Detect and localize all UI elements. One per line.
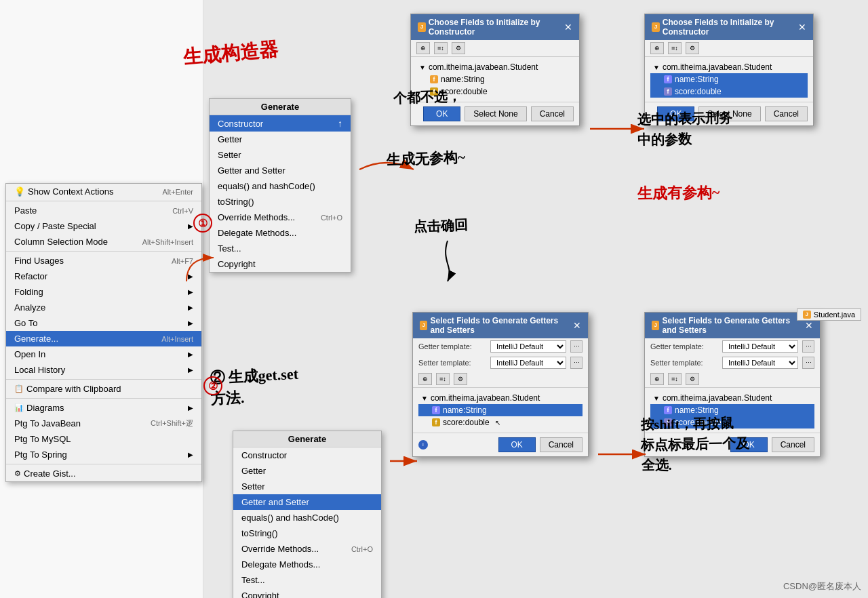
cancel-button[interactable]: Cancel — [540, 437, 583, 452]
menu-item-create-gist[interactable]: ⚙ Create Gist... — [6, 466, 201, 481]
tree-root: ▼ com.itheima.javabean.Student f name:St… — [418, 391, 583, 430]
menu-item-diagrams[interactable]: 📊 Diagrams ▶ — [6, 400, 201, 416]
gen-setter-top[interactable]: Setter — [210, 147, 351, 163]
close-button[interactable]: ✕ — [573, 320, 581, 331]
toolbar-settings[interactable]: ⚙ — [454, 373, 467, 385]
menu-item-refactor[interactable]: Refactor ▶ — [6, 268, 201, 284]
gen-tostring-bottom[interactable]: toString() — [233, 525, 381, 541]
getter-template-btn[interactable]: ⋯ — [802, 340, 814, 353]
field-name[interactable]: f name:String — [650, 73, 808, 85]
gen-copyright-bottom[interactable]: Copyright — [233, 588, 381, 598]
gen-constructor-bottom[interactable]: Constructor — [233, 447, 381, 463]
menu-item-ptg-mysql[interactable]: Ptg To MySQL — [6, 431, 201, 447]
toolbar-sort[interactable]: ≡↕ — [436, 373, 450, 385]
annotation-note2: 生成无参构~ — [387, 148, 466, 170]
ok-button[interactable]: OK — [498, 437, 536, 452]
menu-item-find-usages[interactable]: Find Usages Alt+F7 — [6, 253, 201, 268]
class-item: ▼ com.itheima.javabean.Student — [650, 392, 814, 404]
toolbar-expand[interactable]: ⊕ — [418, 373, 432, 385]
file-tab-student[interactable]: J Student.java — [797, 308, 861, 321]
dialog-title: J Choose Fields to Initialize by Constru… — [645, 14, 813, 40]
toolbar-settings[interactable]: ⚙ — [686, 42, 699, 54]
cancel-button[interactable]: Cancel — [765, 106, 808, 121]
select-none-button[interactable]: Select None — [465, 106, 526, 121]
getter-template-row: Getter template: IntelliJ Default ⋯ — [413, 338, 588, 355]
menu-label: Override Methods... — [218, 212, 295, 222]
ok-button[interactable]: OK — [423, 106, 460, 121]
getter-template-btn[interactable]: ⋯ — [570, 340, 583, 353]
field-score[interactable]: f score:double ↖ — [418, 416, 583, 428]
getter-template-select[interactable]: IntelliJ Default — [722, 340, 798, 353]
menu-item-local-history[interactable]: Local History ▶ — [6, 362, 201, 378]
toolbar-expand[interactable]: ⊕ — [650, 373, 664, 385]
toolbar-sort[interactable]: ≡↕ — [434, 42, 448, 54]
gen-test-bottom[interactable]: Test... — [233, 572, 381, 588]
gen-equals-bottom[interactable]: equals() and hashCode() — [233, 510, 381, 525]
gen-tostring-top[interactable]: toString() — [210, 194, 351, 210]
gen-override-bottom[interactable]: Override Methods... Ctrl+O — [233, 541, 381, 557]
cancel-button[interactable]: Cancel — [531, 106, 574, 121]
gen-getter-setter-bottom[interactable]: Getter and Setter — [233, 494, 381, 510]
close-button[interactable]: ✕ — [805, 320, 813, 331]
gen-test-top[interactable]: Test... — [210, 241, 351, 256]
annotation-note3: 点击确回 — [414, 216, 469, 237]
setter-template-btn[interactable]: ⋯ — [802, 357, 814, 369]
menu-item-ptg-javabean[interactable]: Ptg To JavaBean Ctrl+Shift+逻 — [6, 416, 201, 431]
menu-item-goto[interactable]: Go To ▶ — [6, 315, 201, 331]
menu-label: Create Gist... — [24, 469, 76, 479]
setter-template-select[interactable]: IntelliJ Default — [490, 357, 566, 369]
field-name[interactable]: f name:String — [418, 404, 583, 416]
class-path: com.itheima.javabean.Student — [431, 393, 540, 403]
gen-setter-bottom[interactable]: Setter — [233, 479, 381, 494]
shortcut-label: Ctrl+O — [351, 545, 373, 553]
field-icon: f — [430, 75, 438, 83]
class-item: ▼ com.itheima.javabean.Student — [418, 392, 583, 404]
menu-item-copy-paste[interactable]: Copy / Paste Special ▶ — [6, 218, 201, 234]
gen-override-top[interactable]: Override Methods... Ctrl+O — [210, 210, 351, 225]
setter-template-btn[interactable]: ⋯ — [570, 357, 583, 369]
menu-item-compare-clipboard[interactable]: 📋 Compare with Clipboard — [6, 381, 201, 397]
toolbar-sort[interactable]: ≡↕ — [668, 373, 682, 385]
menu-item-generate[interactable]: Generate... Alt+Insert — [6, 331, 201, 346]
class-path: com.itheima.javabean.Student — [429, 62, 538, 72]
setter-template-select[interactable]: IntelliJ Default — [722, 357, 798, 369]
shortcut-label: Alt+Enter — [162, 188, 193, 196]
menu-item-ptg-spring[interactable]: Ptg To Spring ▶ — [6, 447, 201, 462]
toolbar-expand[interactable]: ⊕ — [650, 42, 664, 54]
close-button[interactable]: ✕ — [798, 22, 806, 33]
menu-label: Copyright — [218, 259, 256, 269]
getter-template-select[interactable]: IntelliJ Default — [490, 340, 566, 353]
menu-label: Override Methods... — [241, 544, 319, 554]
annotation-note1: 个都不选， — [393, 87, 462, 107]
gen-delegate-top[interactable]: Delegate Methods... — [210, 225, 351, 241]
menu-item-show-context[interactable]: 💡 Show Context Actions Alt+Enter — [6, 184, 201, 199]
menu-item-folding[interactable]: Folding ▶ — [6, 284, 201, 300]
menu-item-column-mode[interactable]: Column Selection Mode Alt+Shift+Insert — [6, 234, 201, 250]
dialog-title-text: Select Fields to Generate Getters and Se… — [430, 316, 573, 335]
shortcut-label: Alt+Insert — [161, 335, 193, 343]
annotation-title2: ② 生成get.set 方法. — [209, 364, 300, 410]
gen-constructor-top[interactable]: Constructor ↑ — [210, 115, 351, 132]
menu-item-analyze[interactable]: Analyze ▶ — [6, 300, 201, 315]
toolbar-settings[interactable]: ⚙ — [686, 373, 699, 385]
gen-equals-top[interactable]: equals() and hashCode() — [210, 178, 351, 194]
toolbar-settings[interactable]: ⚙ — [452, 42, 465, 54]
gen-getter-setter-top[interactable]: Getter and Setter — [210, 163, 351, 178]
gen-getter-top[interactable]: Getter — [210, 132, 351, 147]
toolbar-sort[interactable]: ≡↕ — [668, 42, 682, 54]
getter-label: Getter template: — [418, 342, 486, 351]
toolbar-expand[interactable]: ⊕ — [416, 42, 430, 54]
gen-getter-bottom[interactable]: Getter — [233, 463, 381, 479]
gen-copyright-top[interactable]: Copyright — [210, 256, 351, 272]
field-score[interactable]: f score:double — [650, 85, 808, 98]
arrow-icon: ▶ — [188, 451, 193, 458]
field-name[interactable]: f name:String — [416, 73, 574, 85]
circle-2: ② — [203, 376, 222, 395]
gen-delegate-bottom[interactable]: Delegate Methods... — [233, 557, 381, 572]
close-button[interactable]: ✕ — [564, 22, 572, 33]
menu-item-paste[interactable]: Paste Ctrl+V — [6, 203, 201, 218]
menu-item-open-in[interactable]: Open In ▶ — [6, 346, 201, 362]
dialog-toolbar: ⊕ ≡↕ ⚙ — [411, 40, 579, 57]
cancel-button[interactable]: Cancel — [772, 437, 814, 452]
menu-label: Find Usages — [14, 256, 64, 266]
